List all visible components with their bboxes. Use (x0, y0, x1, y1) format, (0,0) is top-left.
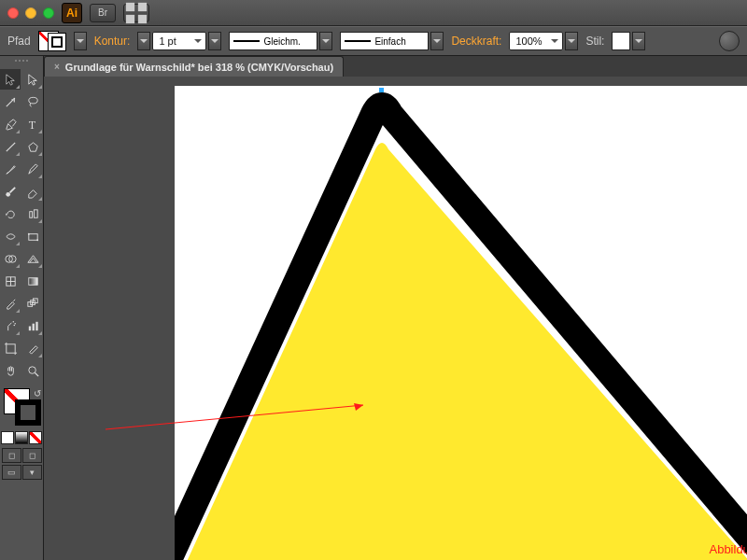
opacity-dropdown[interactable] (565, 32, 578, 50)
color-mode-row (1, 431, 42, 444)
close-tab-icon[interactable]: × (54, 62, 60, 72)
swap-fill-stroke-icon[interactable]: ↺ (34, 388, 41, 399)
grid-icon (124, 1, 148, 25)
selection-tool[interactable] (0, 69, 21, 90)
blob-brush-tool[interactable] (0, 181, 21, 202)
stroke-profile-field[interactable]: Einfach (340, 32, 429, 50)
panel-grip[interactable] (1, 60, 42, 67)
magic-wand-tool[interactable] (0, 91, 21, 112)
lasso-tool[interactable] (22, 91, 43, 112)
fill-stroke-indicator[interactable]: ↺ (2, 388, 41, 426)
slice-tool[interactable] (22, 338, 43, 358)
figure-caption: Abbildung: 09 (709, 542, 747, 556)
mesh-tool[interactable] (0, 271, 21, 291)
control-bar: Pfad Kontur: 1 pt Gleichm. Einfach Deckk… (0, 26, 747, 56)
symbol-sprayer-tool[interactable] (0, 315, 21, 336)
arrange-documents-button[interactable] (123, 4, 149, 22)
eyedropper-tool[interactable] (0, 293, 21, 314)
rectangle-tool[interactable] (22, 136, 43, 157)
window-titlebar: Ai Br (0, 0, 747, 26)
shape-builder-tool[interactable] (0, 248, 21, 269)
perspective-grid-tool[interactable] (22, 248, 43, 269)
width-tool[interactable] (0, 226, 21, 246)
svg-rect-25 (28, 326, 30, 330)
svg-line-30 (35, 372, 38, 376)
stroke-weight-dropdown[interactable] (208, 32, 221, 50)
svg-rect-27 (35, 321, 37, 329)
stroke-label[interactable]: Kontur: (94, 35, 131, 48)
style-label: Stil: (585, 35, 604, 48)
blend-tool[interactable] (22, 293, 43, 314)
stroke-weight-field[interactable]: 1 pt (152, 32, 206, 50)
svg-point-24 (13, 324, 15, 326)
draw-normal-button[interactable]: ◻ (2, 448, 21, 463)
svg-point-23 (14, 322, 16, 324)
anchor-point-top[interactable] (379, 88, 384, 92)
selection-type-label: Pfad (7, 35, 31, 48)
svg-rect-1 (138, 2, 147, 10)
artwork-svg (175, 86, 747, 560)
zoom-tool[interactable] (22, 360, 43, 381)
stroke-dash-field[interactable]: Gleichm. (229, 32, 317, 50)
free-transform-tool[interactable] (22, 226, 43, 246)
draw-behind-button[interactable]: ◻ (22, 448, 42, 463)
stroke-swatch[interactable] (48, 33, 66, 51)
svg-rect-18 (28, 277, 36, 285)
opacity-field[interactable]: 100% (509, 32, 563, 50)
direct-selection-tool[interactable] (22, 69, 43, 90)
canvas[interactable]: Abbildung: 09 (44, 77, 747, 560)
svg-rect-10 (29, 211, 32, 217)
panel-menu-button[interactable] (719, 31, 740, 51)
type-tool[interactable]: T (22, 114, 43, 134)
stroke-profile-dropdown[interactable] (430, 32, 444, 50)
pencil-tool[interactable] (22, 159, 43, 179)
svg-point-13 (27, 232, 29, 234)
column-graph-tool[interactable] (22, 315, 43, 336)
gradient-tool[interactable] (22, 271, 43, 291)
pen-tool[interactable] (0, 114, 21, 134)
svg-point-9 (6, 191, 10, 196)
close-window-button[interactable] (7, 7, 19, 19)
window-traffic-lights (7, 7, 54, 19)
paintbrush-tool[interactable] (0, 159, 21, 179)
minimize-window-button[interactable] (25, 7, 36, 19)
svg-point-4 (13, 97, 15, 99)
svg-rect-28 (6, 343, 14, 352)
tools-panel: T ↺ (0, 56, 44, 560)
color-mode-solid[interactable] (1, 431, 14, 444)
svg-rect-26 (32, 323, 34, 330)
opacity-label[interactable]: Deckkraft: (451, 35, 501, 48)
artboard-tool[interactable] (0, 338, 21, 358)
stroke-dash-dropdown[interactable] (319, 32, 332, 50)
style-dropdown[interactable] (632, 32, 645, 50)
screen-draw-mode-row: ◻ ◻ (2, 448, 42, 463)
rotate-tool[interactable] (0, 203, 21, 224)
screen-mode-button[interactable]: ▭ (2, 465, 21, 480)
line-segment-tool[interactable] (0, 136, 21, 157)
svg-marker-8 (28, 142, 36, 150)
eraser-tool[interactable] (22, 181, 43, 202)
svg-point-5 (28, 97, 36, 104)
document-area: × Grundlage für Warnschild* bei 318 % (C… (44, 56, 747, 560)
hand-tool[interactable] (0, 360, 21, 381)
color-mode-gradient[interactable] (15, 431, 28, 444)
zoom-window-button[interactable] (43, 7, 54, 19)
svg-rect-11 (34, 209, 37, 217)
fill-dropdown-button[interactable] (74, 32, 87, 50)
document-tab[interactable]: × Grundlage für Warnschild* bei 318 % (C… (44, 56, 344, 77)
stroke-indicator[interactable] (15, 399, 41, 426)
stroke-profile-label: Einfach (374, 36, 405, 47)
bridge-button[interactable]: Br (90, 4, 116, 22)
stroke-weight-decrement[interactable] (137, 32, 150, 50)
style-swatch[interactable] (612, 32, 630, 50)
reflect-tool[interactable] (22, 203, 43, 224)
svg-rect-2 (126, 14, 134, 22)
stroke-dash-label: Gleichm. (263, 36, 300, 47)
fill-stroke-swatch[interactable] (38, 31, 66, 51)
color-mode-none[interactable] (29, 431, 42, 444)
svg-point-29 (28, 366, 35, 373)
screen-mode-dropdown[interactable]: ▾ (22, 465, 42, 480)
document-tab-title: Grundlage für Warnschild* bei 318 % (CMY… (65, 62, 333, 73)
artboard[interactable] (175, 86, 747, 560)
screen-mode-row: ▭ ▾ (2, 465, 42, 480)
